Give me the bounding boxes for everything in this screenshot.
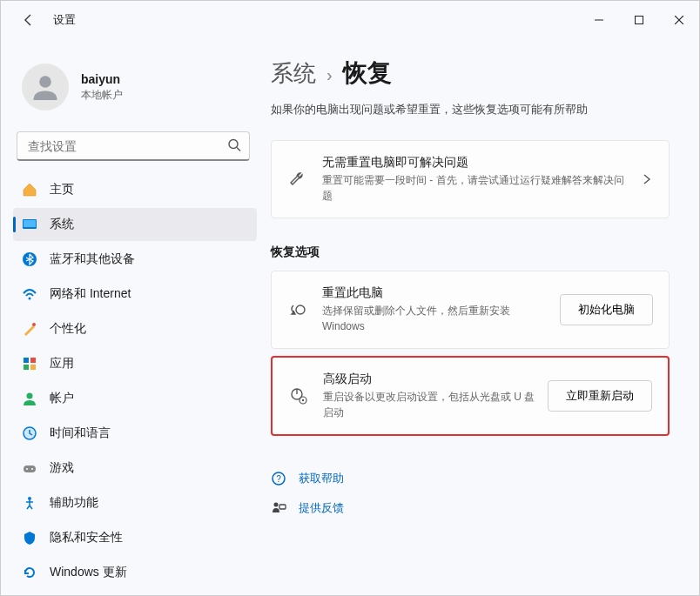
svg-point-17 [26, 468, 28, 470]
system-icon [22, 217, 37, 232]
recovery-section-title: 恢复选项 [271, 244, 670, 260]
nav-label: Windows 更新 [50, 565, 127, 580]
gaming-icon [22, 460, 37, 476]
breadcrumb-sep: › [326, 65, 333, 85]
card-text: 重置此电脑 选择保留或删除个人文件，然后重新安装 Windows [322, 285, 549, 334]
search-wrap [17, 131, 250, 161]
personalize-icon [22, 321, 37, 337]
account-block[interactable]: baiyun 本地帐户 [13, 39, 262, 128]
back-button[interactable] [18, 10, 39, 30]
reset-pc-button[interactable]: 初始化电脑 [560, 294, 653, 325]
troubleshoot-title: 无需重置电脑即可解决问题 [322, 155, 630, 171]
svg-point-20 [296, 305, 305, 314]
nav-item-accessibility[interactable]: 辅助功能 [13, 486, 257, 519]
svg-rect-10 [24, 358, 29, 363]
nav-item-time[interactable]: 时间和语言 [13, 417, 257, 450]
nav-label: 系统 [50, 217, 74, 232]
help-link[interactable]: 获取帮助 [299, 471, 344, 486]
help-link-row: ? 获取帮助 [271, 464, 670, 493]
nav-label: 主页 [50, 182, 74, 198]
help-icon: ? [271, 471, 286, 486]
restart-now-button[interactable]: 立即重新启动 [548, 380, 652, 412]
svg-point-18 [31, 468, 33, 470]
privacy-icon [22, 530, 37, 546]
nav-label: 蓝牙和其他设备 [50, 251, 135, 267]
accessibility-icon [22, 495, 37, 511]
svg-rect-1 [636, 17, 643, 24]
nav-item-gaming[interactable]: 游戏 [13, 452, 257, 485]
reset-icon [287, 299, 308, 320]
svg-point-19 [28, 497, 31, 500]
nav-label: 辅助功能 [50, 495, 98, 511]
close-button[interactable] [659, 1, 699, 39]
window-title: 设置 [53, 12, 76, 28]
search-input[interactable] [17, 131, 250, 161]
advanced-startup-card: 高级启动 重启设备以更改启动设置，包括从光盘或 U 盘启动 立即重新启动 [271, 356, 670, 436]
nav-item-privacy[interactable]: 隐私和安全性 [13, 521, 257, 554]
breadcrumb: 系统 › 恢复 [271, 57, 670, 90]
nav-label: 网络和 Internet [50, 286, 131, 302]
nav-item-bluetooth[interactable]: 蓝牙和其他设备 [13, 243, 257, 276]
svg-point-2 [39, 76, 51, 88]
svg-rect-28 [279, 505, 286, 509]
breadcrumb-current: 恢复 [343, 57, 392, 90]
back-icon [22, 13, 36, 27]
nav-item-accounts[interactable]: 帐户 [13, 382, 257, 415]
account-type: 本地帐户 [81, 88, 123, 103]
card-text: 无需重置电脑即可解决问题 重置可能需要一段时间 - 首先，请尝试通过运行疑难解答… [322, 155, 630, 204]
nav-label: 帐户 [50, 391, 74, 406]
person-icon [30, 71, 61, 103]
accounts-icon [22, 391, 37, 406]
svg-rect-13 [30, 365, 36, 370]
svg-point-9 [32, 323, 36, 326]
wrench-icon [287, 169, 308, 190]
chevron-right-icon [641, 173, 653, 185]
account-name: baiyun [81, 72, 123, 86]
feedback-link[interactable]: 提供反馈 [299, 500, 344, 516]
nav-item-system[interactable]: 系统 [13, 208, 257, 241]
account-text: baiyun 本地帐户 [81, 72, 123, 103]
bluetooth-icon [22, 251, 37, 267]
troubleshoot-card[interactable]: 无需重置电脑即可解决问题 重置可能需要一段时间 - 首先，请尝试通过运行疑难解答… [271, 140, 670, 218]
svg-point-8 [29, 298, 31, 300]
body: baiyun 本地帐户 主页 系统 [1, 39, 699, 595]
settings-window: 设置 baiyun 本地帐户 [0, 0, 700, 596]
sidebar: baiyun 本地帐户 主页 系统 [1, 39, 262, 595]
nav-label: 应用 [50, 356, 74, 372]
svg-point-27 [274, 503, 279, 507]
close-icon [675, 16, 683, 24]
main-content: 系统 › 恢复 如果你的电脑出现问题或希望重置，这些恢复选项可能有所帮助 无需重… [262, 39, 699, 595]
svg-rect-11 [30, 358, 36, 363]
nav-label: 时间和语言 [50, 425, 111, 441]
svg-text:?: ? [276, 474, 281, 484]
feedback-icon [271, 500, 286, 516]
card-action: 立即重新启动 [548, 380, 652, 412]
feedback-link-row: 提供反馈 [271, 493, 670, 523]
maximize-icon [635, 16, 643, 24]
minimize-button[interactable] [579, 1, 619, 39]
svg-rect-16 [24, 465, 36, 472]
svg-point-24 [302, 399, 304, 401]
nav-item-update[interactable]: Windows 更新 [13, 556, 257, 589]
time-icon [22, 425, 37, 441]
maximize-button[interactable] [619, 1, 659, 39]
reset-desc: 选择保留或删除个人文件，然后重新安装 Windows [322, 303, 549, 334]
breadcrumb-parent[interactable]: 系统 [271, 58, 316, 89]
nav-item-apps[interactable]: 应用 [13, 347, 257, 380]
titlebar: 设置 [1, 1, 699, 39]
nav-item-network[interactable]: 网络和 Internet [13, 278, 257, 311]
svg-rect-12 [24, 365, 29, 370]
nav-item-personalize[interactable]: 个性化 [13, 312, 257, 345]
advanced-desc: 重启设备以更改启动设置，包括从光盘或 U 盘启动 [323, 389, 537, 420]
reset-pc-card: 重置此电脑 选择保留或删除个人文件，然后重新安装 Windows 初始化电脑 [271, 271, 670, 349]
nav-label: 隐私和安全性 [50, 530, 123, 546]
home-icon [22, 182, 37, 198]
reset-title: 重置此电脑 [322, 285, 549, 301]
power-gear-icon [288, 385, 309, 406]
nav-label: 游戏 [50, 460, 74, 476]
nav-label: 个性化 [50, 321, 86, 337]
card-action: 初始化电脑 [560, 294, 653, 325]
card-text: 高级启动 重启设备以更改启动设置，包括从光盘或 U 盘启动 [323, 372, 537, 420]
network-icon [22, 286, 37, 302]
nav-item-home[interactable]: 主页 [13, 173, 257, 206]
